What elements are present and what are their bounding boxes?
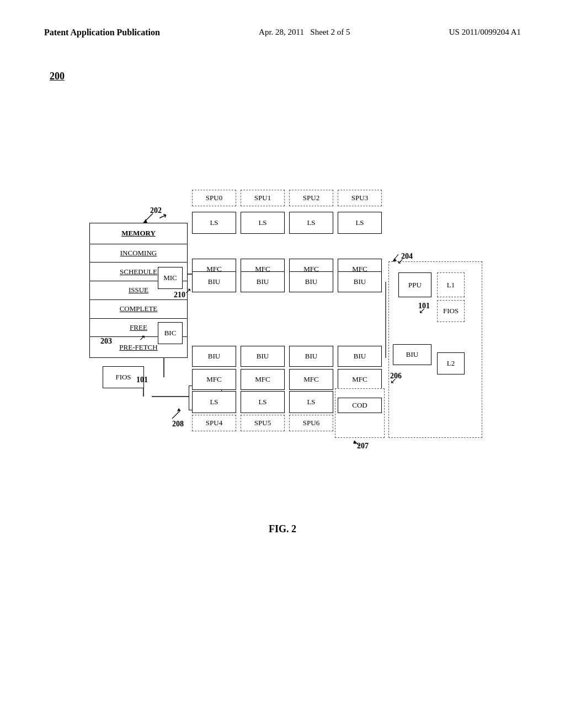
biu-right-label: BIU [406,350,418,359]
spu3-label: SPU3 [351,194,368,202]
biu-top-2-box: BIU [289,271,333,292]
l2-box: L2 [437,352,465,374]
mfc-bot-0-label: MFC [206,375,221,384]
spu1-box: SPU1 [241,190,285,206]
spu6-label: SPU6 [303,419,319,427]
cod-box: COD [338,398,382,413]
biu-bot-1-label: BIU [257,352,269,361]
ppu-box: PPU [398,272,431,297]
l2-label: L2 [447,359,455,368]
biu-top-1-box: BIU [241,271,285,292]
spu4-label: SPU4 [206,419,222,427]
biu-top-0-box: BIU [192,271,236,292]
header-patent-num: US 2011/0099204 A1 [449,28,521,36]
incoming-label: INCOMING [120,249,157,258]
ls-bot-0-box: LS [192,391,236,413]
label-203: 203 [100,337,112,346]
spu7-outer-dashed [335,388,385,438]
fios-right-label: FIOS [443,307,459,315]
header: Patent Application Publication Apr. 28, … [44,28,521,38]
diagram-label-200: 200 [50,71,65,82]
ls-bot-1-box: LS [241,391,285,413]
biu-bot-0-box: BIU [192,346,236,367]
patent-publication-label: Patent Application Publication [44,28,160,37]
mic-box: MIC [158,267,183,289]
header-right: US 2011/0099204 A1 [449,28,521,37]
ls-top-1-box: LS [241,212,285,234]
mfc-bot-2-box: MFC [289,369,333,390]
spu2-box: SPU2 [289,190,333,206]
diagram-area: MEMORY INCOMING SCHEDULE ISSUE COMPLETE … [45,104,520,479]
biu-bot-2-box: BIU [289,346,333,367]
mfc-bot-2-label: MFC [303,375,318,384]
memory-row: MEMORY [90,223,187,244]
ls-bot-0-label: LS [210,398,218,406]
spu0-label: SPU0 [206,194,222,202]
ls-bot-1-label: LS [258,398,266,406]
complete-label: COMPLETE [120,304,158,313]
fios-left-label: FIOS [115,373,131,382]
bic-box: BIC [158,322,183,344]
ls-bot-2-label: LS [307,398,315,406]
prefetch-label: PRE-FETCH [119,343,157,352]
arrow-210: ↗ [185,286,191,296]
svg-line-36 [172,410,180,419]
spu5-box: SPU5 [241,415,285,431]
ls-top-0-label: LS [210,218,218,227]
arrow-206: ↙ [390,376,397,386]
label-208: 208 [172,420,184,429]
spu0-box: SPU0 [192,190,236,206]
mic-label: MIC [163,274,177,282]
header-left: Patent Application Publication [44,28,160,38]
arrow-203: ↗ [139,333,146,342]
biu-top-0-label: BIU [208,277,220,286]
ppu-label: PPU [408,281,422,290]
page: Patent Application Publication Apr. 28, … [0,0,565,728]
ls-top-2-box: LS [289,212,333,234]
svg-marker-25 [143,219,147,223]
ls-top-3-label: LS [355,218,364,227]
fios-right-box: FIOS [437,300,465,322]
mfc-bot-3-box: MFC [338,369,382,390]
spu6-box: SPU6 [289,415,333,431]
arrow-204: ↙ [397,256,404,266]
mfc-bot-1-label: MFC [255,375,270,384]
ls-top-1-label: LS [258,218,266,227]
spu5-label: SPU5 [254,419,271,427]
biu-top-3-box: BIU [338,271,382,292]
svg-marker-39 [353,441,356,444]
biu-right-box: BIU [393,344,431,365]
incoming-row: INCOMING [90,244,187,263]
biu-top-1-label: BIU [257,277,269,286]
bic-label: BIC [164,329,177,338]
mfc-bot-3-label: MFC [352,375,367,384]
label-210: 210 [174,291,185,299]
biu-bot-0-label: BIU [208,352,220,361]
ls-top-3-box: LS [338,212,382,234]
arrow-101-right: ↙ [419,306,425,315]
memory-label: MEMORY [121,229,156,238]
spu2-label: SPU2 [303,194,319,202]
header-date: Apr. 28, 2011 [259,28,304,36]
header-sheet: Sheet 2 of 5 [310,28,350,36]
mfc-bot-1-box: MFC [241,369,285,390]
mfc-bot-0-box: MFC [192,369,236,390]
biu-top-3-label: BIU [354,277,366,286]
svg-marker-37 [177,408,180,411]
complete-row: COMPLETE [90,300,187,319]
fig-caption: FIG. 2 [44,523,521,535]
biu-bot-3-label: BIU [354,352,366,361]
schedule-label: SCHEDULE [120,267,157,276]
biu-bot-1-box: BIU [241,346,285,367]
ls-bot-2-box: LS [289,391,333,413]
label-101-left: 101 [136,376,148,384]
header-center: Apr. 28, 2011 Sheet 2 of 5 [259,28,350,37]
cod-label: COD [352,401,367,410]
biu-bot-2-label: BIU [305,352,317,361]
issue-label: ISSUE [129,286,148,295]
biu-bot-3-box: BIU [338,346,382,367]
l1-box: L1 [437,272,465,297]
l1-label: L1 [447,281,455,290]
label-207: 207 [357,442,369,451]
spu3-box: SPU3 [338,190,382,206]
